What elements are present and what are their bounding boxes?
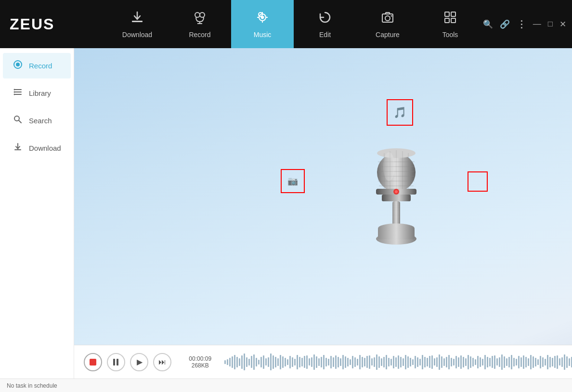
sidebar-item-record[interactable]: Record [3,53,71,78]
wave-bar [559,358,560,366]
wave-bar [347,358,349,366]
sidebar-item-library[interactable]: Library [3,80,71,106]
wave-bar [499,357,500,367]
wave-bar [265,358,267,366]
wave-bar [533,356,534,368]
wave-bar [429,356,430,368]
wave-bar [340,358,341,366]
menu-icon[interactable]: ⋮ [517,18,526,30]
wave-bar [309,358,310,366]
wave-bar [323,355,325,369]
wave-bar [362,357,363,367]
search-titlebar-icon[interactable]: 🔍 [483,19,493,29]
svg-point-13 [385,16,390,21]
wave-bar [354,357,356,367]
tab-download-label: Download [122,31,152,39]
recording-size: 268KB [192,362,209,369]
pause-button[interactable] [107,353,125,371]
svg-point-26 [14,94,15,95]
wave-bar [304,356,305,368]
tab-capture[interactable]: Capture [356,0,419,48]
wave-bar [393,356,394,368]
wave-bar [297,355,298,369]
wave-bar [275,357,276,367]
wave-bar [506,358,507,366]
wave-bar [513,358,515,366]
wave-bar [256,358,257,366]
play-icon: ▶ [137,357,143,366]
wave-bar [554,356,556,368]
top-navigation: ZEUS Download [0,0,572,48]
minimize-icon[interactable]: — [533,19,541,29]
wave-bar [547,355,548,369]
wave-bar [386,355,387,369]
tab-tools[interactable]: Tools [419,0,481,48]
wave-bar [545,359,546,366]
wave-bar [338,357,339,367]
wave-bar [492,356,493,368]
music-note-icon: 🎵 [393,106,406,119]
app-window: ZEUS Download [0,0,572,392]
play-button[interactable]: ▶ [130,353,148,371]
wave-bar [465,358,467,366]
wave-bar [516,359,517,366]
download-sidebar-icon [13,142,23,154]
close-icon[interactable]: ✕ [559,19,566,29]
wave-bar [359,355,361,369]
svg-rect-29 [14,149,21,150]
wave-bar [229,358,231,366]
wave-bar [270,353,272,370]
logo-area: ZEUS [0,0,106,48]
recording-time: 00:00:09 [189,355,211,362]
wave-bar [292,357,293,367]
svg-point-14 [391,15,392,16]
wave-bar [241,355,243,369]
library-sidebar-icon [13,87,23,99]
tab-music[interactable]: Music [231,0,294,48]
wave-bar [446,357,447,367]
wave-bar [455,356,457,368]
red-box-left: 📷 [281,169,305,193]
svg-line-28 [19,120,21,123]
wave-bar [287,359,288,365]
wave-bar [489,358,491,366]
wave-bar [306,355,308,369]
tab-record[interactable]: Record [169,0,231,48]
wave-bar [313,354,315,370]
sidebar: Record Library [0,48,74,379]
sidebar-item-search[interactable]: Search [3,108,71,133]
statusbar: No task in schedule [0,379,572,392]
share-icon[interactable]: 🔗 [500,19,510,29]
wave-bar [443,358,445,366]
tab-download[interactable]: Download [106,0,169,48]
tab-edit[interactable]: Edit [294,0,356,48]
wave-bar [398,355,399,369]
wave-bar [321,357,322,367]
wave-bar [328,359,329,366]
wave-bar [395,357,397,367]
wave-bar [487,357,488,367]
svg-point-25 [14,91,15,93]
sidebar-item-download[interactable]: Download [3,135,71,161]
wave-bar [439,354,440,370]
wave-bar [224,360,226,364]
wave-bar [477,356,479,368]
skip-button[interactable]: ⏭ [153,353,171,371]
wave-bar [530,355,532,369]
search-sidebar-icon [13,115,23,127]
wave-bar [523,355,524,369]
wave-bar [253,354,255,370]
sidebar-library-label: Library [29,89,51,97]
wave-bar [371,358,373,366]
wave-bar [234,355,235,369]
tools-nav-icon [443,10,457,28]
red-box-right [468,171,488,192]
wave-bar [475,359,476,365]
wave-bar [268,357,269,367]
wave-bar [258,360,260,365]
maximize-icon[interactable]: □ [548,19,553,29]
svg-rect-16 [451,12,455,16]
stop-button[interactable] [84,353,102,371]
wave-bar [227,359,228,365]
wave-bar [496,358,498,366]
